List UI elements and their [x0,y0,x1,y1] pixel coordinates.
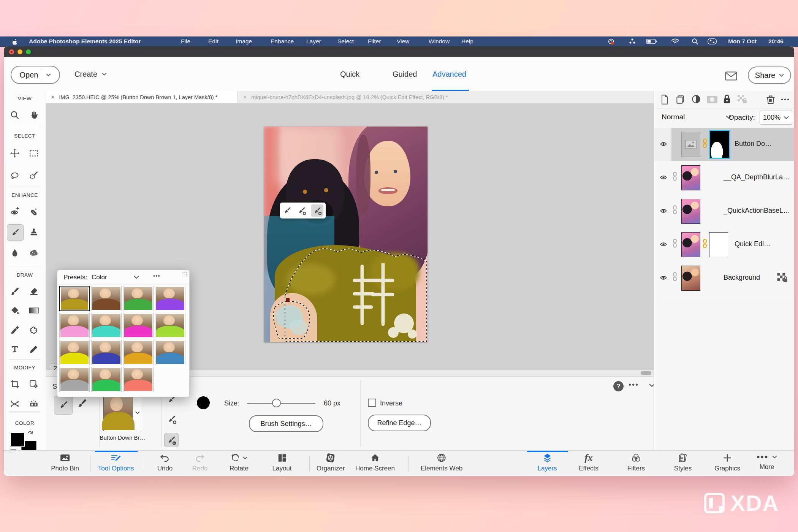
document-tab-inactive[interactable]: × miguel-bruna-h7qhDX6ExD4-unsplash.jpg … [238,91,519,103]
menu-file[interactable]: File [181,38,190,45]
drag-grip-icon[interactable] [182,271,188,277]
preset-swatch[interactable] [155,313,185,338]
taskbar-filters[interactable]: Filters [627,453,645,472]
menu-window[interactable]: Window [429,38,450,45]
layer-visibility-icon[interactable] [659,241,668,248]
preset-swatch[interactable] [91,367,122,392]
red-eye-removal-tool[interactable] [7,204,23,220]
mask-link-icon[interactable] [701,238,708,249]
move-tool[interactable] [7,145,23,161]
brush-tool[interactable] [7,283,23,299]
taskbar-graphics[interactable]: Graphics [714,453,740,472]
eraser-tool[interactable] [26,283,42,299]
taskbar-rotate[interactable]: Rotate [230,453,249,472]
create-menu[interactable]: Create [74,70,107,79]
lock-icon[interactable] [722,94,732,104]
layer-name[interactable]: __QA_DepthBlurLa… [724,173,790,181]
crop-tool[interactable] [7,376,23,392]
tab-quick[interactable]: Quick [340,70,359,79]
preset-swatch[interactable] [91,340,122,365]
adjustment-layer-icon[interactable] [691,94,701,104]
menubar-time[interactable]: 20:46 [768,38,784,45]
custom-shape-tool[interactable] [26,322,42,338]
lock-transparent-pixels-icon[interactable] [737,94,747,104]
preset-swatch[interactable] [123,340,154,365]
layer-thumbnail-placeholder[interactable] [681,132,700,157]
close-tab-icon[interactable]: × [51,94,54,101]
layer-visibility-icon[interactable] [659,140,668,148]
detail-smart-brush-option-button[interactable] [76,398,88,410]
layer-row-background[interactable]: Background [654,261,794,295]
recompose-tool[interactable] [26,396,42,412]
preset-picker-chevron[interactable] [133,395,142,430]
taskbar-layers[interactable]: Layers [537,453,557,472]
layer-name[interactable]: Background [724,274,760,282]
new-selection-brush-button[interactable] [282,206,292,215]
link-icon[interactable] [671,171,678,181]
battery-icon[interactable] [646,39,657,44]
status-app-icon[interactable] [607,38,616,46]
clone-stamp-tool[interactable] [26,224,42,240]
sponge-tool[interactable] [26,245,42,261]
preset-swatch[interactable] [155,286,185,311]
preset-swatch[interactable] [123,313,154,338]
menu-edit[interactable]: Edit [208,38,218,45]
eyedropper-tool[interactable] [7,322,23,338]
inverse-checkbox[interactable] [368,399,376,407]
mail-icon[interactable] [725,71,737,81]
taskbar-home-screen[interactable]: Home Screen [355,453,395,472]
presets-menu-icon[interactable]: ••• [153,272,160,279]
tab-advanced[interactable]: Advanced [432,70,466,79]
menu-image[interactable]: Image [236,38,252,45]
layer-visibility-icon[interactable] [659,274,668,282]
photo-document[interactable] [264,127,428,342]
mask-link-icon[interactable] [701,138,708,149]
menubar-app-name[interactable]: Adobe Photoshop Elements 2025 Editor [29,38,141,45]
share-button[interactable]: Share [748,66,791,84]
close-tab-icon[interactable]: × [243,94,247,101]
taskbar-elements-web[interactable]: Elements Web [421,453,462,472]
lasso-tool[interactable] [7,168,23,184]
preset-swatch[interactable] [123,367,154,392]
foreground-color-swatch[interactable] [10,432,25,447]
content-aware-move-tool[interactable] [26,376,42,392]
panel-menu-icon[interactable]: ••• [629,380,639,389]
maximize-window-button[interactable] [26,49,31,54]
layer-name[interactable]: _QuickActionBaseL… [724,207,790,215]
document-tab-active[interactable]: × IMG_2350.HEIC @ 25% (Button Down Brown… [46,91,238,103]
type-tool[interactable] [7,341,23,357]
layer-thumbnail[interactable] [681,165,700,190]
apple-menu-icon[interactable] [11,38,18,45]
presets-category-dropdown[interactable]: Color [92,274,139,281]
taskbar-tool-options[interactable]: Tool Options [98,453,134,472]
gradient-tool[interactable] [26,302,42,318]
hand-tool[interactable] [26,107,42,123]
layer-thumbnail[interactable] [681,266,700,291]
brush-preset-picker[interactable] [103,395,142,431]
blend-mode-dropdown[interactable]: Normal [662,113,732,121]
menu-layer[interactable]: Layer [306,38,321,45]
layer-row[interactable]: Quick Edi… [654,228,794,262]
smart-brush-option-button[interactable] [54,396,73,415]
tab-guided[interactable]: Guided [393,70,417,79]
refine-edge-button[interactable]: Refine Edge… [368,415,431,431]
preset-swatch[interactable] [59,340,90,365]
layer-thumbnail[interactable] [681,199,700,224]
smart-brush-tool[interactable] [7,224,24,241]
preset-swatch[interactable] [123,286,154,311]
menu-filter[interactable]: Filter [368,38,381,45]
duplicate-layer-icon[interactable] [675,94,685,105]
spot-healing-brush-tool[interactable] [26,204,42,220]
quick-selection-tool[interactable] [26,168,42,184]
taskbar-more[interactable]: •••More [757,453,777,471]
layer-mask-thumbnail[interactable] [709,232,728,257]
help-icon[interactable]: ? [613,381,624,391]
rectangular-marquee-tool[interactable] [26,145,42,161]
taskbar-organizer[interactable]: Organizer [317,453,345,472]
blur-tool[interactable] [7,245,23,261]
preset-swatch[interactable] [91,313,122,338]
layer-visibility-icon[interactable] [659,207,668,215]
layer-thumbnail[interactable] [681,232,700,257]
taskbar-photo-bin[interactable]: Photo Bin [51,453,79,472]
taskbar-undo[interactable]: Undo [157,453,173,472]
